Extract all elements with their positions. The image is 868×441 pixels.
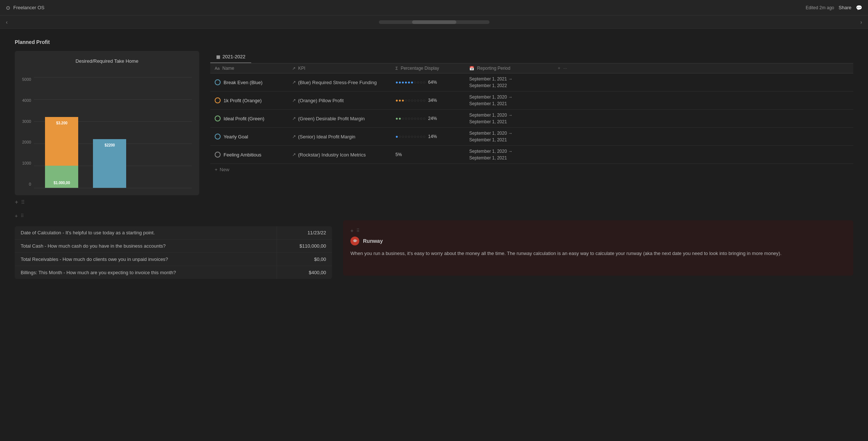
td-name-1: Break Even (Blue) bbox=[210, 79, 288, 85]
calc-row-3: Total Receivables - How much do clients … bbox=[15, 253, 332, 266]
move-block-button[interactable]: ⠿ bbox=[21, 199, 25, 205]
runway-panel: + ⠿ 👁 Runway When you run a business, it… bbox=[343, 220, 853, 276]
table-icon: ▦ bbox=[216, 54, 220, 59]
table-header-row: Aa Name ↗ KPI Σ Percentage Display 📅 Rep… bbox=[210, 63, 853, 73]
pct-col-icon: Σ bbox=[395, 66, 398, 70]
bar-2-blue-label: $2200 bbox=[93, 142, 126, 148]
row-3-period-start: September 1, 2020 → bbox=[469, 112, 549, 118]
runway-add-icon[interactable]: + bbox=[350, 228, 353, 234]
add-block-button[interactable]: + bbox=[15, 199, 18, 206]
calc-label-1: Date of Calculation - It's helpful to us… bbox=[15, 226, 277, 239]
bar-1-orange-label: $3.200 bbox=[45, 120, 78, 126]
td-pct-5: 5% bbox=[391, 152, 465, 157]
chart-y-axis: 5000 4000 3000 2000 1000 0 bbox=[22, 77, 34, 188]
scroll-left-arrow[interactable]: ‹ bbox=[6, 19, 8, 25]
share-button[interactable]: Share bbox=[838, 5, 851, 10]
row-1-pct: 64% bbox=[428, 80, 437, 85]
period-col-icon: 📅 bbox=[469, 66, 474, 70]
row-2-name[interactable]: 1k Profit (Orange) bbox=[224, 98, 262, 103]
y-label-5000: 5000 bbox=[22, 77, 31, 82]
td-pct-3: ●●○○○○○○○○ 24% bbox=[391, 116, 465, 121]
calc-value-4[interactable]: $400,00 bbox=[277, 266, 332, 279]
table-container: ▦ 2021-2022 Aa Name ↗ KPI Σ Percentage D… bbox=[210, 51, 853, 175]
new-row-button[interactable]: + New bbox=[210, 164, 853, 175]
chart-title: Desired/Required Take Home bbox=[22, 58, 192, 64]
td-name-5: Feeling Ambitious bbox=[210, 152, 288, 158]
td-period-4: September 1, 2020 → September 1, 2021 bbox=[465, 130, 553, 143]
row-4-dots: ●○○○○○○○○○ bbox=[395, 134, 426, 139]
td-period-1: September 1, 2021 → September 1, 2022 bbox=[465, 76, 553, 89]
y-label-4000: 4000 bbox=[22, 98, 31, 103]
row-5-status-icon bbox=[215, 152, 221, 158]
kpi-arrow-5: ↗ bbox=[292, 152, 296, 157]
tab-2021-2022[interactable]: ▦ 2021-2022 bbox=[210, 51, 251, 63]
new-label: New bbox=[220, 167, 229, 172]
row-1-name[interactable]: Break Even (Blue) bbox=[224, 80, 263, 85]
runway-icon: 👁 bbox=[350, 237, 359, 245]
message-icon[interactable]: 💬 bbox=[856, 5, 862, 11]
kpi-arrow-3: ↗ bbox=[292, 116, 296, 121]
col-name-label: Name bbox=[222, 66, 234, 71]
row-5-kpi: (Rockstar) Industry Icon Metrics bbox=[298, 152, 366, 158]
bars-wrapper: $1.000,00 $3.200 $2200 bbox=[34, 77, 192, 188]
calc-value-3[interactable]: $0,00 bbox=[277, 253, 332, 266]
th-name: Aa Name bbox=[210, 66, 288, 71]
scrollbar-area: ‹ › bbox=[0, 15, 868, 29]
td-kpi-2: ↗ (Orange) Pillow Profit bbox=[288, 98, 391, 103]
row-3-status-icon bbox=[215, 116, 221, 121]
y-label-0: 0 bbox=[22, 182, 31, 186]
row-3-pct: 24% bbox=[428, 116, 437, 121]
runway-move-icon[interactable]: ⠿ bbox=[356, 228, 360, 233]
runway-header: 👁 Runway bbox=[350, 237, 846, 245]
y-label-2000: 2000 bbox=[22, 140, 31, 144]
y-label-3000: 3000 bbox=[22, 119, 31, 124]
section-title: Planned Profit bbox=[15, 39, 853, 45]
row-1-status-icon bbox=[215, 79, 221, 85]
app-title: Freelancer OS bbox=[13, 5, 45, 10]
table-row: 1k Profit (Orange) ↗ (Orange) Pillow Pro… bbox=[210, 92, 853, 110]
col-pct-label: Percentage Display bbox=[401, 66, 439, 71]
table-row: Ideal Profit (Green) ↗ (Green) Desirable… bbox=[210, 110, 853, 128]
row-5-pct: 5% bbox=[395, 152, 402, 157]
scroll-right-arrow[interactable]: › bbox=[860, 19, 862, 25]
calc-add-icon[interactable]: + bbox=[15, 213, 18, 219]
scrollbar-thumb[interactable] bbox=[412, 20, 456, 24]
td-pct-4: ●○○○○○○○○○ 14% bbox=[391, 134, 465, 139]
td-name-3: Ideal Profit (Green) bbox=[210, 116, 288, 121]
chart-container: Desired/Required Take Home 5000 4000 300… bbox=[15, 51, 199, 195]
bar-2-blue: $2200 bbox=[93, 139, 126, 188]
content-row: Desired/Required Take Home 5000 4000 300… bbox=[15, 51, 853, 195]
kpi-arrow-2: ↗ bbox=[292, 98, 296, 103]
tab-label: 2021-2022 bbox=[222, 54, 245, 59]
row-3-name[interactable]: Ideal Profit (Green) bbox=[224, 116, 264, 121]
add-col-button[interactable]: + bbox=[558, 66, 560, 71]
bar-2-segments: $2200 bbox=[93, 139, 126, 188]
calc-move-icon[interactable]: ⠿ bbox=[21, 213, 24, 218]
bottom-section: + ⠿ Date of Calculation - It's helpful t… bbox=[15, 213, 853, 279]
row-4-name[interactable]: Yearly Goal bbox=[224, 134, 248, 139]
calc-label-2: Total Cash - How much cash do you have i… bbox=[15, 240, 277, 252]
td-kpi-5: ↗ (Rockstar) Industry Icon Metrics bbox=[288, 152, 391, 158]
app-logo-icon: ⊙ bbox=[6, 5, 10, 11]
bar-1-green-label: $1.000,00 bbox=[45, 180, 78, 186]
row-1-dots: ●●●●●●○○○○ bbox=[395, 80, 426, 85]
row-4-period-start: September 1, 2020 → bbox=[469, 130, 549, 137]
calc-value-2[interactable]: $110,000,00 bbox=[277, 240, 332, 252]
row-5-name[interactable]: Feeling Ambitious bbox=[224, 152, 262, 158]
more-options-button[interactable]: ··· bbox=[563, 66, 567, 71]
row-1-period-end: September 1, 2022 bbox=[469, 82, 549, 89]
row-4-period-end: September 1, 2021 bbox=[469, 137, 549, 143]
edited-status: Edited 2m ago bbox=[806, 5, 834, 10]
row-4-pct: 14% bbox=[428, 134, 437, 139]
row-4-kpi: (Senior) Ideal Profit Margin bbox=[298, 134, 355, 139]
calc-row-4: Billings: This Month - How much are you … bbox=[15, 266, 332, 279]
td-period-5: September 1, 2020 → September 1, 2021 bbox=[465, 148, 553, 161]
top-bar: ⊙ Freelancer OS Edited 2m ago Share 💬 bbox=[0, 0, 868, 15]
kpi-arrow-4: ↗ bbox=[292, 134, 296, 139]
runway-title: Runway bbox=[363, 238, 383, 244]
scrollbar-track[interactable] bbox=[379, 20, 490, 24]
chart-bars-area: $1.000,00 $3.200 $2200 bbox=[34, 77, 192, 188]
main-content: Planned Profit Desired/Required Take Hom… bbox=[0, 32, 868, 286]
calc-value-1[interactable]: 11/23/22 bbox=[277, 226, 332, 239]
row-2-kpi: (Orange) Pillow Profit bbox=[298, 98, 344, 103]
